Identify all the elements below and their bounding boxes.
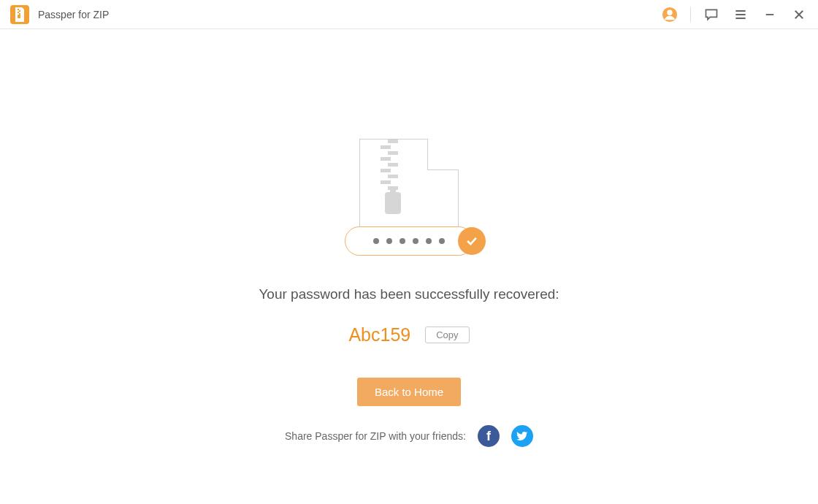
menu-icon[interactable] <box>732 6 749 23</box>
recovered-password: Abc159 <box>348 324 410 345</box>
title-bar: Passper for ZIP <box>0 0 818 29</box>
svg-rect-3 <box>19 13 20 15</box>
password-row: Abc159 Copy <box>348 324 469 345</box>
share-text: Share Passper for ZIP with your friends: <box>285 430 466 442</box>
twitter-icon[interactable] <box>511 425 533 447</box>
account-icon[interactable] <box>661 6 679 23</box>
success-message: Your password has been successfully reco… <box>259 286 559 302</box>
facebook-icon[interactable]: f <box>478 425 500 447</box>
password-pill <box>345 226 473 256</box>
app-title: Passper for ZIP <box>38 9 109 20</box>
svg-rect-1 <box>19 10 20 12</box>
share-row: Share Passper for ZIP with your friends:… <box>285 425 533 447</box>
copy-button[interactable]: Copy <box>425 327 469 343</box>
svg-rect-4 <box>18 15 20 18</box>
close-button[interactable] <box>790 6 808 23</box>
minimize-button[interactable] <box>761 6 779 23</box>
app-logo-icon <box>10 5 29 24</box>
back-to-home-button[interactable]: Back to Home <box>357 378 461 406</box>
feedback-icon[interactable] <box>703 6 720 23</box>
svg-rect-0 <box>18 9 19 10</box>
zip-file-illustration <box>343 124 475 256</box>
divider <box>690 7 691 22</box>
svg-rect-2 <box>18 12 19 13</box>
svg-point-6 <box>667 9 672 15</box>
check-icon <box>458 227 486 255</box>
main-content: Your password has been successfully reco… <box>0 29 818 447</box>
